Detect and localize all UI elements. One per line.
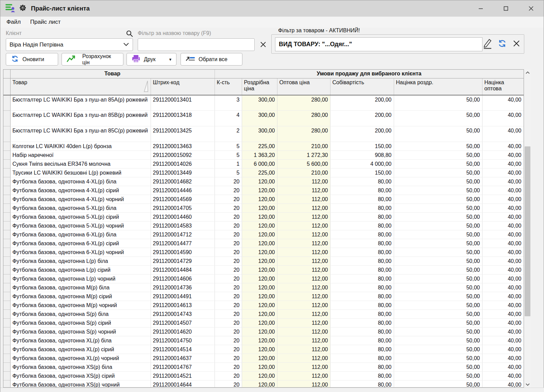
cell-markup-wholesale[interactable]: 40,00 — [482, 310, 524, 319]
cell-markup-wholesale[interactable]: 40,00 — [482, 266, 524, 274]
cell-markup-retail[interactable]: 50,00 — [394, 354, 482, 363]
refresh-button[interactable]: Оновити — [6, 53, 58, 66]
cell-cost[interactable]: 150,00 — [330, 142, 394, 151]
group-header-product[interactable]: Товар — [10, 70, 215, 78]
calc-prices-button[interactable]: Розрахунок цін — [62, 53, 123, 66]
cell-qty[interactable]: 20 — [215, 283, 242, 292]
table-row[interactable]: Футболка базова, однотонна M(р) біла2911… — [3, 283, 524, 292]
scrollbar-thumb[interactable] — [525, 146, 530, 316]
cell-wholesale-price[interactable]: 112,00 — [277, 186, 330, 195]
row-selector-cell[interactable] — [3, 248, 10, 257]
cell-wholesale-price[interactable]: 112,00 — [277, 239, 330, 248]
column-header-markup-retail[interactable]: Націнка роздр. — [394, 78, 482, 95]
cell-qty[interactable]: 20 — [215, 248, 242, 257]
cell-barcode[interactable]: 2911200014712 — [151, 230, 215, 239]
cell-retail-price[interactable]: 120,00 — [242, 292, 277, 301]
cell-markup-retail[interactable]: 50,00 — [394, 221, 482, 230]
refresh-filter-icon[interactable] — [497, 39, 507, 50]
cell-markup-retail[interactable]: 50,00 — [394, 283, 482, 292]
cell-cost[interactable]: 200,00 — [330, 95, 394, 111]
cell-barcode[interactable]: 2911200014705 — [151, 204, 215, 213]
cell-retail-price[interactable]: 120,00 — [242, 186, 277, 195]
table-row[interactable]: Бюстгалтер LC WAIKIKI Бра з пуш-ап 85C(р… — [3, 126, 524, 142]
cell-product-name[interactable]: Футболка базова, однотонна 6-XL(р) чорни… — [10, 248, 151, 257]
cell-retail-price[interactable]: 120,00 — [242, 310, 277, 319]
cell-cost[interactable]: 80,00 — [330, 230, 394, 239]
cell-wholesale-price[interactable]: 112,00 — [277, 195, 330, 204]
row-selector-cell[interactable] — [3, 204, 10, 213]
cell-wholesale-price[interactable]: 112,00 — [277, 177, 330, 186]
edit-filter-icon[interactable] — [482, 38, 492, 50]
cell-qty[interactable]: 20 — [215, 354, 242, 363]
cell-qty[interactable]: 20 — [215, 239, 242, 248]
cell-product-name[interactable]: Набір нареченої — [10, 151, 151, 160]
cell-cost[interactable]: 80,00 — [330, 310, 394, 319]
cell-markup-wholesale[interactable]: 40,00 — [482, 345, 524, 354]
column-header-markup-wholesale[interactable]: Націнка оптова — [482, 78, 524, 95]
table-row[interactable]: Футболка базова, однотонна 4-XL(р) сірий… — [3, 186, 524, 195]
cell-cost[interactable]: 80,00 — [330, 213, 394, 221]
cell-barcode[interactable]: 2911200014767 — [151, 363, 215, 372]
cell-retail-price[interactable]: 120,00 — [242, 301, 277, 310]
column-header-retail[interactable]: Роздрібна ціна — [242, 78, 277, 95]
cell-barcode[interactable]: 2911200013463 — [151, 142, 215, 151]
cell-retail-price[interactable]: 225,00 — [242, 142, 277, 151]
table-row[interactable]: Набір нареченої291120001509251 363,201 2… — [3, 151, 524, 160]
cell-markup-retail[interactable]: 50,00 — [394, 111, 482, 126]
cell-product-name[interactable]: Футболка базова, однотонна 6-XL(р) сірий — [10, 239, 151, 248]
cell-barcode[interactable]: 2911200013418 — [151, 111, 215, 126]
cell-cost[interactable]: 80,00 — [330, 177, 394, 186]
row-selector-cell[interactable] — [3, 177, 10, 186]
cell-markup-retail[interactable]: 50,00 — [394, 213, 482, 221]
cell-retail-price[interactable]: 120,00 — [242, 363, 277, 372]
cell-product-name[interactable]: Футболка базова, однотонна 5-XL(р) чорни… — [10, 221, 151, 230]
cell-barcode[interactable]: 2911200014484 — [151, 266, 215, 274]
cell-qty[interactable]: 20 — [215, 186, 242, 195]
cell-retail-price[interactable]: 120,00 — [242, 283, 277, 292]
cell-qty[interactable]: 1 — [215, 160, 242, 168]
cell-cost[interactable]: 80,00 — [330, 221, 394, 230]
table-row[interactable]: Футболка базова, однотонна XS(р) сірий29… — [3, 372, 524, 380]
cell-cost[interactable]: 4 000,00 — [330, 160, 394, 168]
table-row[interactable]: Сукня Twins весільна ER3476 молочна29112… — [3, 160, 524, 168]
row-selector-cell[interactable] — [3, 372, 10, 380]
scroll-up-icon[interactable] — [524, 69, 531, 76]
cell-product-name[interactable]: Бюстгалтер LC WAIKIKI Бра з пуш-ап 85B(р… — [10, 111, 151, 126]
cell-markup-retail[interactable]: 50,00 — [394, 186, 482, 195]
cell-product-name[interactable]: Футболка базова, однотонна XL(р) чорний — [10, 354, 151, 363]
cell-markup-wholesale[interactable]: 40,00 — [482, 248, 524, 257]
row-selector-cell[interactable] — [3, 310, 10, 319]
cell-product-name[interactable]: Футболка базова, однотонна S(р) чорний — [10, 327, 151, 336]
product-filter-input[interactable] — [138, 38, 255, 51]
cell-retail-price[interactable]: 120,00 — [242, 239, 277, 248]
cell-wholesale-price[interactable]: 112,00 — [277, 266, 330, 274]
cell-cost[interactable]: 80,00 — [330, 283, 394, 292]
row-selector-cell[interactable] — [3, 160, 10, 168]
cell-markup-retail[interactable]: 50,00 — [394, 274, 482, 283]
column-header-qty[interactable]: К-сть — [215, 78, 242, 95]
table-row[interactable]: Футболка базова, однотонна 5-XL(р) біла2… — [3, 204, 524, 213]
cell-markup-retail[interactable]: 50,00 — [394, 151, 482, 160]
cell-wholesale-price[interactable]: 112,00 — [277, 230, 330, 239]
cell-qty[interactable]: 3 — [215, 95, 242, 111]
cell-markup-retail[interactable]: 50,00 — [394, 160, 482, 168]
cell-barcode[interactable]: 2911200014750 — [151, 336, 215, 345]
cell-wholesale-price[interactable]: 210,00 — [277, 142, 330, 151]
cell-barcode[interactable]: 2911200014620 — [151, 327, 215, 336]
cell-barcode[interactable]: 2911200014729 — [151, 257, 215, 266]
cell-markup-retail[interactable]: 50,00 — [394, 168, 482, 177]
row-selector-cell[interactable] — [3, 363, 10, 372]
cell-markup-retail[interactable]: 50,00 — [394, 248, 482, 257]
close-button[interactable] — [518, 0, 544, 17]
cell-product-name[interactable]: Футболка базова, однотонна 4-XL(р) біла — [10, 177, 151, 186]
clear-filter-icon[interactable] — [258, 39, 269, 50]
cell-wholesale-price[interactable]: 112,00 — [277, 292, 330, 301]
cell-cost[interactable]: 80,00 — [330, 195, 394, 204]
cell-markup-wholesale[interactable]: 40,00 — [482, 372, 524, 380]
cell-markup-retail[interactable]: 50,00 — [394, 327, 482, 336]
cell-barcode[interactable]: 2911200014583 — [151, 221, 215, 230]
cell-retail-price[interactable]: 120,00 — [242, 230, 277, 239]
menu-file[interactable]: Файл — [6, 19, 21, 25]
row-selector-cell[interactable] — [3, 319, 10, 327]
cell-product-name[interactable]: Футболка базова, однотонна S(р) біла — [10, 310, 151, 319]
